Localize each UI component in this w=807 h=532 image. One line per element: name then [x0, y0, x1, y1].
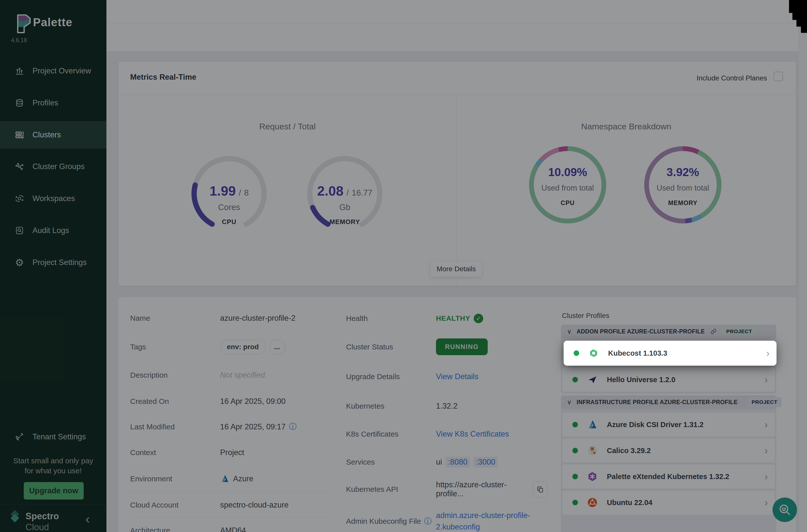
cluster-name-value: azure-cluster-profile-2: [220, 314, 296, 323]
profile-row-calico[interactable]: Calico 3.29.2 ›: [562, 439, 775, 462]
copy-button[interactable]: [533, 481, 547, 497]
sidebar-item-label: Project Overview: [33, 66, 91, 75]
profile-row-kubecost-highlighted[interactable]: Kubecost 1.103.3 ›: [564, 341, 776, 366]
link-icon: [710, 328, 717, 335]
app-logo-text: Palette: [33, 16, 73, 29]
tools-icon: [14, 431, 25, 442]
view-details-link[interactable]: View Details: [436, 372, 478, 381]
upgrade-now-button[interactable]: Upgrade now: [24, 482, 84, 499]
admin-kubeconfig-link[interactable]: admin.azure-cluster-profile-2.kubeconfig: [436, 510, 541, 532]
kubernetes-version-value: 1.32.2: [436, 402, 457, 411]
info-icon[interactable]: ⓘ: [289, 422, 297, 432]
service-name: ui: [436, 458, 442, 467]
chevron-right-icon: ›: [765, 471, 768, 482]
sidebar-item-label: Profiles: [33, 98, 58, 108]
view-k8s-certificates-link[interactable]: View K8s Certificates: [436, 430, 509, 439]
sidebar-item-label: Project Settings: [33, 258, 87, 267]
service-port-8080-link[interactable]: :8080: [446, 457, 470, 468]
assistant-fab-button[interactable]: [772, 497, 797, 522]
top-bar: [107, 0, 807, 23]
chevron-down-icon: ∨: [567, 398, 571, 406]
detail-row-kubernetes-api: Kubernetes API https://azure-cluster-pro…: [346, 476, 547, 502]
orbit-icon: [14, 193, 25, 204]
details-left-column: Name azure-cluster-profile-2 Tags env: p…: [130, 304, 333, 532]
field-label: Kubernetes: [346, 402, 436, 410]
detail-row-admin-kubeconfig: Admin Kubeconfig File ⓘ admin.azure-clus…: [346, 502, 547, 532]
field-label: Cloud Account: [130, 501, 220, 509]
description-value: Not specified.: [220, 370, 267, 380]
chevron-right-icon: ›: [765, 497, 768, 508]
tags-more-button[interactable]: ...: [269, 340, 285, 354]
chevron-down-icon: ∨: [567, 328, 571, 336]
detail-row-name: Name azure-cluster-profile-2: [130, 304, 333, 332]
detail-row-description: Description Not specified.: [130, 362, 333, 388]
sidebar-item-tenant-settings[interactable]: Tenant Settings: [0, 423, 107, 451]
context-value: Project: [220, 448, 244, 457]
gear-icon: ⚙: [14, 257, 25, 268]
cpu-gauge-unit: Cores: [189, 203, 269, 212]
field-label-wrap: Admin Kubeconfig File ⓘ: [346, 516, 436, 527]
created-on-value: 16 Apr 2025, 09:00: [220, 397, 286, 406]
audit-log-icon: [14, 225, 25, 236]
memory-gauge-unit: Gb: [305, 203, 385, 212]
memory-request-gauge: 2.08 / 16.77 Gb MEMORY: [305, 154, 385, 233]
details-middle-column: Health HEALTHY ✓ Cluster Status RUNNING …: [346, 304, 547, 532]
infrastructure-profile-group-header[interactable]: ∨ INFRASTRUCTURE PROFILE AZURE-CLUSTER-P…: [561, 395, 776, 409]
profile-row-hello-universe[interactable]: Hello Universe 1.2.0 ›: [562, 368, 775, 392]
profile-row-azure-disk-csi[interactable]: Azure Disk CSI Driver 1.31.2 ›: [562, 413, 775, 437]
profile-row-palette-extended-k8s[interactable]: Palette eXtended Kubernetes 1.32.2 ›: [562, 464, 775, 489]
architecture-value: AMD64: [220, 526, 246, 532]
status-dot: [573, 500, 578, 505]
kubernetes-api-url: https://azure-cluster-profile...: [436, 480, 525, 498]
cluster-details-card: Name azure-cluster-profile-2 Tags env: p…: [118, 297, 796, 532]
hello-universe-icon: [586, 374, 598, 386]
sidebar-item-profiles[interactable]: Profiles: [0, 89, 107, 117]
memory-request-separator: /: [346, 188, 349, 197]
profile-name: Calico 3.29.2: [607, 446, 765, 455]
include-control-planes-checkbox[interactable]: [773, 72, 783, 81]
chevron-right-icon: ›: [765, 445, 768, 456]
azure-icon: [220, 474, 230, 483]
project-scope-badge: PROJECT: [748, 397, 781, 407]
palette-logo-icon: [14, 13, 34, 36]
chevron-right-icon: ›: [765, 419, 768, 430]
namespace-breakdown-title: Namespace Breakdown: [456, 122, 796, 131]
cpu-request-gauge: 1.99 / 8 Cores CPU: [189, 154, 269, 233]
include-control-planes-label: Include Control Planes: [697, 74, 767, 82]
cpu-used-percent: 10.09%: [528, 165, 607, 179]
sidebar-item-cluster-groups[interactable]: Cluster Groups: [0, 153, 107, 180]
last-modified-value: 16 Apr 2025, 09:17: [220, 422, 286, 431]
status-dot: [573, 422, 578, 428]
sidebar-item-project-settings[interactable]: ⚙ Project Settings: [0, 249, 107, 276]
detail-row-created-on: Created On 16 Apr 2025, 09:00: [130, 388, 333, 414]
detail-row-environment: Environment Azure: [130, 466, 333, 492]
addon-profile-group-header[interactable]: ∨ ADDON PROFILE AZURE-CLUSTER-PROFILE PR…: [561, 325, 776, 338]
copy-icon: [537, 486, 544, 493]
sidebar-item-label: Tenant Settings: [33, 432, 86, 441]
service-port-3000-link[interactable]: :3000: [473, 457, 498, 468]
layers-icon: [14, 97, 25, 108]
sidebar-item-label: Clusters: [33, 130, 61, 139]
sidebar-item-project-overview[interactable]: Project Overview: [0, 57, 107, 85]
more-details-button[interactable]: More Details: [431, 261, 482, 277]
page-scrollbar[interactable]: [799, 0, 807, 532]
field-label: Context: [130, 448, 220, 457]
ubuntu-icon: [586, 496, 598, 509]
sidebar-item-audit-logs[interactable]: Audit Logs: [0, 217, 107, 244]
sidebar-footer-divider: [0, 505, 107, 505]
info-icon[interactable]: ⓘ: [424, 516, 431, 527]
sidebar-item-workspaces[interactable]: Workspaces: [0, 185, 107, 212]
detail-row-k8s-certificates: K8s Certificates View K8s Certificates: [346, 420, 547, 448]
infrastructure-profile-name: INFRASTRUCTURE PROFILE AZURE-CLUSTER-PRO…: [577, 399, 737, 406]
detail-row-cluster-status: Cluster Status RUNNING: [346, 333, 547, 361]
profile-row-ubuntu[interactable]: Ubuntu 22.04 ›: [562, 491, 775, 514]
sidebar-collapse-button[interactable]: ‹: [86, 512, 90, 527]
cluster-status-badge: RUNNING: [436, 338, 488, 355]
palette-extended-k8s-icon: [586, 471, 598, 482]
cpu-total-value: 8: [244, 188, 249, 197]
profile-name: Kubecost 1.103.3: [608, 349, 766, 357]
sidebar-item-clusters[interactable]: Clusters: [0, 121, 107, 149]
field-label: Created On: [130, 397, 220, 406]
profile-name: Palette eXtended Kubernetes 1.32.2: [607, 473, 765, 481]
brand-name-line2: Cloud: [25, 522, 49, 532]
